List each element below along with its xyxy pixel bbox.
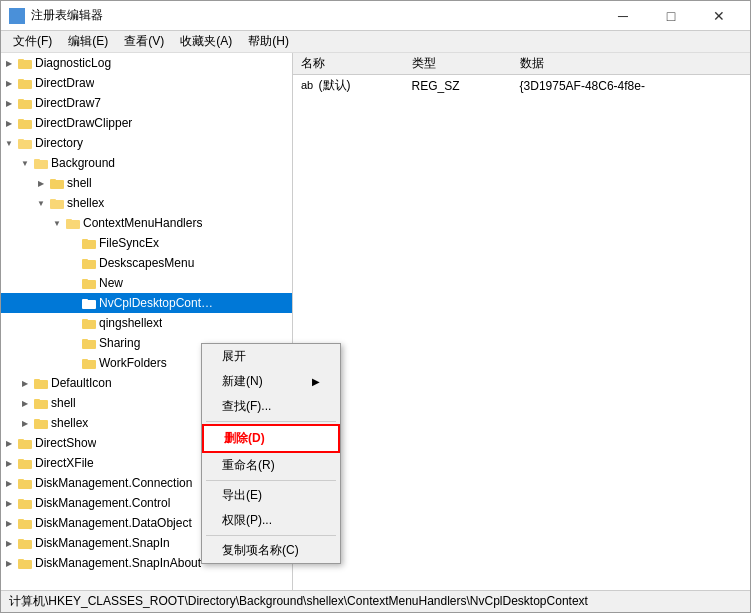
tree-item-directdraw[interactable]: ▶ DirectDraw	[1, 73, 292, 93]
tree-item-qingshellext[interactable]: qingshellext	[1, 313, 292, 333]
expand-btn-contextmenuhandlers[interactable]: ▼	[49, 215, 65, 231]
tree-item-shellex[interactable]: ▼ shellex	[1, 193, 292, 213]
svg-rect-45	[18, 459, 24, 462]
tree-item-deskscapesmenu[interactable]: DeskscapesMenu	[1, 253, 292, 273]
ctx-export[interactable]: 导出(E)	[202, 483, 340, 508]
svg-rect-41	[34, 419, 40, 422]
ctx-separator-1	[206, 421, 336, 422]
folder-icon-shellex	[49, 196, 65, 210]
svg-rect-7	[18, 79, 24, 82]
folder-icon-directdraw7	[17, 96, 33, 110]
tree-label-diskmanagement_dataobject: DiskManagement.DataObject	[35, 516, 192, 530]
expand-btn-diagnosticlog[interactable]: ▶	[1, 55, 17, 71]
folder-icon-diskmanagement_snapinabout	[17, 556, 33, 570]
tree-item-new[interactable]: New	[1, 273, 292, 293]
expand-btn-sharing	[65, 335, 81, 351]
expand-btn-nvcpldesktopcontext	[65, 295, 81, 311]
value-data: {3D1975AF-48C6-4f8e-	[512, 75, 750, 97]
expand-btn-diskmanagement_snapin[interactable]: ▶	[1, 535, 17, 551]
ctx-copy-name[interactable]: 复制项名称(C)	[202, 538, 340, 563]
maximize-button[interactable]: □	[648, 1, 694, 31]
ctx-new[interactable]: 新建(N) ▶	[202, 369, 340, 394]
folder-icon-filesyncex	[81, 236, 97, 250]
menu-item-帮助[interactable]: 帮助(H)	[240, 31, 297, 52]
ctx-rename[interactable]: 重命名(R)	[202, 453, 340, 478]
tree-label-defaulticon: DefaultIcon	[51, 376, 112, 390]
folder-icon-deskscapesmenu	[81, 256, 97, 270]
menu-bar: 文件(F)编辑(E)查看(V)收藏夹(A)帮助(H)	[1, 31, 750, 53]
expand-btn-diskmanagement_control[interactable]: ▶	[1, 495, 17, 511]
expand-btn-workfolders	[65, 355, 81, 371]
expand-btn-directdrawclipper[interactable]: ▶	[1, 115, 17, 131]
folder-icon-directdrawclipper	[17, 116, 33, 130]
svg-rect-1	[18, 10, 23, 15]
tree-label-directory: Directory	[35, 136, 83, 150]
tree-item-nvcpldesktopcontext[interactable]: NvCplDesktopCont…	[1, 293, 292, 313]
table-row[interactable]: ab (默认) REG_SZ {3D1975AF-48C6-4f8e-	[293, 75, 750, 97]
tree-item-filesyncex[interactable]: FileSyncEx	[1, 233, 292, 253]
ctx-delete[interactable]: 删除(D)	[202, 424, 340, 453]
submenu-arrow: ▶	[312, 376, 320, 387]
registry-icon	[9, 8, 25, 24]
tree-label-diagnosticlog: DiagnosticLog	[35, 56, 111, 70]
expand-btn-diskmanagement_dataobject[interactable]: ▶	[1, 515, 17, 531]
default-value-label: (默认)	[319, 78, 351, 92]
menu-item-收藏夹[interactable]: 收藏夹(A)	[172, 31, 240, 52]
tree-label-deskscapesmenu: DeskscapesMenu	[99, 256, 194, 270]
registry-values[interactable]: 名称 类型 数据 ab (默认) REG_SZ {3D1975AF-48C6-4…	[293, 53, 750, 590]
tree-item-directory[interactable]: ▼ Directory	[1, 133, 292, 153]
expand-btn-shellex[interactable]: ▼	[33, 195, 49, 211]
close-button[interactable]: ✕	[696, 1, 742, 31]
tree-item-directdraw7[interactable]: ▶ DirectDraw7	[1, 93, 292, 113]
menu-item-文件[interactable]: 文件(F)	[5, 31, 60, 52]
tree-label-directdraw7: DirectDraw7	[35, 96, 101, 110]
svg-rect-33	[82, 339, 88, 342]
value-name: ab (默认)	[293, 75, 404, 97]
expand-btn-shell[interactable]: ▶	[33, 175, 49, 191]
folder-icon-shell2	[33, 396, 49, 410]
tree-item-contextmenuhandlers[interactable]: ▼ ContextMenuHandlers	[1, 213, 292, 233]
expand-btn-background[interactable]: ▼	[17, 155, 33, 171]
tree-label-qingshellext: qingshellext	[99, 316, 162, 330]
folder-icon-directshow	[17, 436, 33, 450]
col-data: 数据	[512, 53, 750, 75]
expand-btn-qingshellext	[65, 315, 81, 331]
expand-btn-directdraw7[interactable]: ▶	[1, 95, 17, 111]
svg-rect-9	[18, 99, 24, 102]
status-text: 计算机\HKEY_CLASSES_ROOT\Directory\Backgrou…	[9, 593, 588, 610]
expand-btn-shell2[interactable]: ▶	[17, 395, 33, 411]
expand-btn-diskmanagement_snapinabout[interactable]: ▶	[1, 555, 17, 571]
tree-item-background[interactable]: ▼ Background	[1, 153, 292, 173]
expand-btn-directxfile[interactable]: ▶	[1, 455, 17, 471]
title-left: 注册表编辑器	[9, 7, 103, 24]
expand-btn-directshow[interactable]: ▶	[1, 435, 17, 451]
tree-label-diskmanagement_snapinabout: DiskManagement.SnapInAbout	[35, 556, 201, 570]
folder-icon-diskmanagement_dataobject	[17, 516, 33, 530]
menu-item-编辑[interactable]: 编辑(E)	[60, 31, 116, 52]
expand-btn-diskmanagement_connection[interactable]: ▶	[1, 475, 17, 491]
tree-label-background: Background	[51, 156, 115, 170]
svg-rect-27	[82, 279, 88, 282]
expand-btn-directdraw[interactable]: ▶	[1, 75, 17, 91]
tree-item-directdrawclipper[interactable]: ▶ DirectDrawClipper	[1, 113, 292, 133]
expand-btn-directory[interactable]: ▼	[1, 135, 17, 151]
tree-label-diskmanagement_snapin: DiskManagement.SnapIn	[35, 536, 170, 550]
folder-icon-diskmanagement_connection	[17, 476, 33, 490]
menu-item-查看[interactable]: 查看(V)	[116, 31, 172, 52]
folder-icon-diskmanagement_snapin	[17, 536, 33, 550]
svg-rect-55	[18, 559, 24, 562]
svg-rect-39	[34, 399, 40, 402]
tree-item-diagnosticlog[interactable]: ▶ DiagnosticLog	[1, 53, 292, 73]
svg-rect-53	[18, 539, 24, 542]
tree-label-diskmanagement_connection: DiskManagement.Connection	[35, 476, 192, 490]
ctx-find[interactable]: 查找(F)...	[202, 394, 340, 419]
tree-item-shell[interactable]: ▶ shell	[1, 173, 292, 193]
minimize-button[interactable]: ─	[600, 1, 646, 31]
tree-label-new: New	[99, 276, 123, 290]
expand-btn-defaulticon[interactable]: ▶	[17, 375, 33, 391]
expand-btn-shellex2[interactable]: ▶	[17, 415, 33, 431]
ctx-permissions[interactable]: 权限(P)...	[202, 508, 340, 533]
folder-icon-diagnosticlog	[17, 56, 33, 70]
folder-icon-sharing	[81, 336, 97, 350]
ctx-expand[interactable]: 展开	[202, 344, 340, 369]
